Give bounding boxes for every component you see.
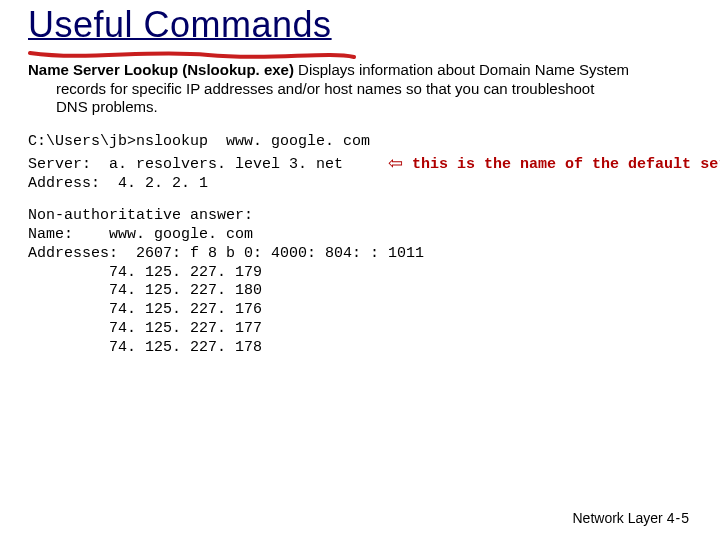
footer-section: Network Layer [573, 510, 663, 526]
description-text-2: records for specific IP addresses and/or… [28, 80, 692, 99]
cmd-annotation: this is the name of the default server [412, 156, 720, 173]
description-text-1: Displays information about Domain Name S… [294, 61, 629, 78]
cmd-line-1: C:\Users\jb>nslookup www. google. com [28, 133, 370, 150]
ans-line-8: 74. 125. 227. 178 [28, 339, 262, 356]
footer-page-number: 4-5 [667, 510, 690, 526]
cmd-line-2-prefix: Server: a. resolvers. level 3. net [28, 156, 388, 173]
ans-line-4: 74. 125. 227. 179 [28, 264, 262, 281]
description-bold: Name Server Lookup (Nslookup. exe) [28, 61, 294, 78]
ans-line-1: Non-authoritative answer: [28, 207, 253, 224]
ans-line-7: 74. 125. 227. 177 [28, 320, 262, 337]
ans-line-3: Addresses: 2607: f 8 b 0: 4000: 804: : 1… [28, 245, 424, 262]
description-paragraph: Name Server Lookup (Nslookup. exe) Displ… [28, 61, 692, 117]
ans-line-5: 74. 125. 227. 180 [28, 282, 262, 299]
description-text-3: DNS problems. [28, 98, 692, 117]
ans-line-2: Name: www. google. com [28, 226, 253, 243]
slide-title: Useful Commands [28, 6, 332, 47]
command-block: C:\Users\jb>nslookup www. google. com Se… [28, 133, 692, 193]
cmd-line-3: Address: 4. 2. 2. 1 [28, 175, 208, 192]
slide: Useful Commands Name Server Lookup (Nslo… [0, 0, 720, 540]
title-wrap: Useful Commands [28, 6, 332, 47]
arrow-left-icon: ⇦ [388, 152, 403, 175]
answer-block: Non-authoritative answer: Name: www. goo… [28, 207, 692, 357]
ans-line-6: 74. 125. 227. 176 [28, 301, 262, 318]
slide-footer: Network Layer4-5 [573, 510, 691, 526]
